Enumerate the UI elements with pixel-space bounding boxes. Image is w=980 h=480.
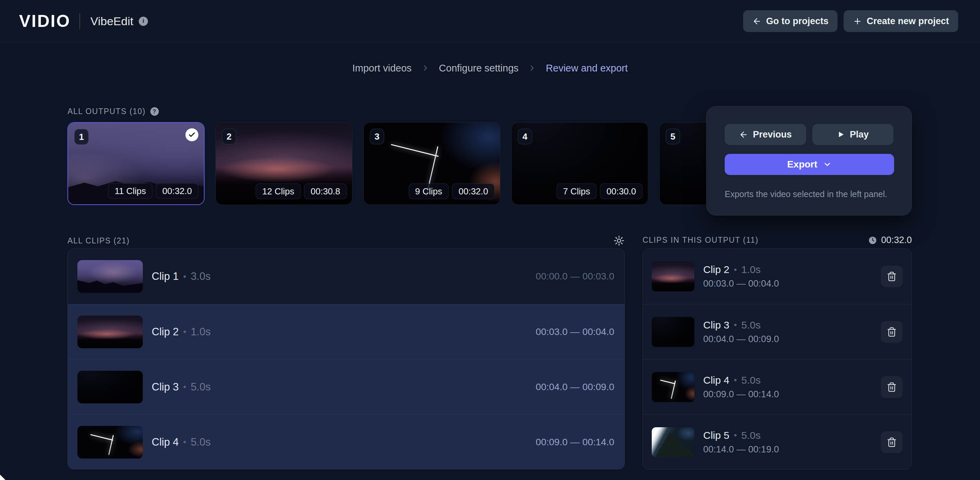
dot-separator-icon bbox=[734, 375, 737, 385]
gear-icon bbox=[613, 235, 625, 247]
all-outputs-title: ALL OUTPUTS (10) bbox=[67, 107, 146, 116]
clock-icon bbox=[868, 236, 877, 245]
export-panel-buttons: Previous Play bbox=[725, 124, 893, 145]
clip-count-badge: 12 Clips bbox=[256, 184, 301, 199]
total-duration-value: 00:32.0 bbox=[881, 235, 912, 246]
output-card-3[interactable]: 3 9 Clips 00:32.0 bbox=[363, 122, 500, 205]
clip-time-range: 00:03.0 — 00:04.0 bbox=[703, 279, 779, 289]
output-card-1[interactable]: 1 11 Clips 00:32.0 bbox=[67, 122, 205, 205]
output-number-badge: 1 bbox=[74, 129, 89, 145]
vidio-logo: VIDIO bbox=[19, 11, 70, 31]
clip-2-info: Clip 2 1.0s bbox=[152, 326, 211, 338]
all-clips-header: ALL CLIPS (21) bbox=[67, 235, 625, 247]
remove-clip-button[interactable] bbox=[881, 376, 903, 398]
clips-settings-button[interactable] bbox=[613, 235, 625, 247]
create-new-project-label: Create new project bbox=[867, 16, 949, 27]
selected-check-icon bbox=[185, 128, 198, 141]
info-icon[interactable] bbox=[139, 17, 148, 26]
clip-2-thumbnail bbox=[77, 315, 143, 348]
play-icon bbox=[837, 130, 845, 139]
output-clips-list: Clip 2 1.0s 00:03.0 — 00:04.0 Clip 3 5.0… bbox=[643, 249, 912, 469]
clip-time-range: 00:04.0 — 00:09.0 bbox=[536, 382, 614, 393]
plus-icon bbox=[853, 17, 862, 26]
output-clip-row-3[interactable]: Clip 4 5.0s 00:09.0 — 00:14.0 bbox=[643, 359, 912, 414]
output-clips-title: CLIPS IN THIS OUTPUT (11) bbox=[643, 236, 759, 245]
clip-duration: 5.0s bbox=[741, 319, 761, 331]
output-clips-header: CLIPS IN THIS OUTPUT (11) 00:32.0 bbox=[643, 235, 912, 246]
dot-separator-icon bbox=[734, 430, 737, 440]
clip-1-thumbnail bbox=[77, 260, 143, 293]
output-clip-row-2[interactable]: Clip 3 5.0s 00:04.0 — 00:09.0 bbox=[643, 304, 912, 359]
step-import-videos[interactable]: Import videos bbox=[352, 63, 411, 74]
clip-name: Clip 5 bbox=[703, 429, 729, 441]
chevron-right-icon bbox=[421, 64, 430, 73]
go-to-projects-label: Go to projects bbox=[766, 16, 828, 27]
trash-icon bbox=[886, 327, 897, 337]
clip-3-thumbnail bbox=[77, 371, 143, 403]
clip-time-range: 00:14.0 — 00:19.0 bbox=[703, 444, 779, 455]
create-new-project-button[interactable]: Create new project bbox=[844, 10, 958, 32]
output-2-badges: 12 Clips 00:30.8 bbox=[256, 184, 347, 199]
chevron-right-icon bbox=[528, 64, 536, 73]
dot-separator-icon bbox=[183, 382, 186, 392]
export-label: Export bbox=[787, 159, 818, 170]
output-number-badge: 4 bbox=[518, 129, 532, 144]
output-clip-2-thumbnail bbox=[652, 261, 694, 291]
clip-row-1[interactable]: Clip 1 3.0s 00:00.0 — 00:03.0 bbox=[68, 249, 624, 304]
export-button[interactable]: Export bbox=[725, 154, 894, 175]
output-clip-4-thumbnail bbox=[652, 372, 694, 402]
step-configure-settings[interactable]: Configure settings bbox=[439, 63, 519, 74]
output-card-4[interactable]: 4 7 Clips 00:30.0 bbox=[511, 122, 648, 205]
remove-clip-button[interactable] bbox=[881, 266, 903, 287]
output-clip-row-4[interactable]: Clip 5 5.0s 00:14.0 — 00:19.0 bbox=[643, 414, 912, 469]
duration-badge: 00:30.8 bbox=[304, 184, 347, 199]
output-number-badge: 5 bbox=[666, 129, 680, 144]
clip-name: Clip 2 bbox=[703, 264, 729, 276]
clip-name: Clip 2 bbox=[152, 326, 179, 338]
clip-count-badge: 7 Clips bbox=[557, 184, 597, 199]
clip-row-4[interactable]: Clip 4 5.0s 00:09.0 — 00:14.0 bbox=[68, 414, 624, 469]
output-card-2[interactable]: 2 12 Clips 00:30.8 bbox=[215, 122, 352, 205]
topbar-divider bbox=[80, 13, 80, 29]
output-clip-4-info: Clip 4 5.0s 00:09.0 — 00:14.0 bbox=[703, 374, 779, 400]
play-label: Play bbox=[850, 129, 869, 140]
dot-separator-icon bbox=[734, 320, 737, 330]
dot-separator-icon bbox=[734, 265, 737, 275]
clip-4-thumbnail bbox=[77, 426, 143, 459]
remove-clip-button[interactable] bbox=[881, 321, 903, 343]
clip-duration: 5.0s bbox=[191, 436, 211, 448]
clip-time-range: 00:03.0 — 00:04.0 bbox=[536, 326, 614, 337]
all-clips-list: Clip 1 3.0s 00:00.0 — 00:03.0 Clip 2 1.0… bbox=[67, 249, 625, 469]
output-total-duration: 00:32.0 bbox=[868, 235, 912, 246]
output-clip-5-thumbnail bbox=[652, 427, 694, 457]
help-icon[interactable] bbox=[150, 107, 159, 116]
topbar-actions: Go to projects Create new project bbox=[743, 10, 958, 32]
clip-name: Clip 1 bbox=[152, 270, 179, 282]
step-review-and-export[interactable]: Review and export bbox=[546, 63, 628, 74]
export-panel: Previous Play Export Exports the video s… bbox=[706, 106, 912, 215]
trash-icon bbox=[886, 382, 897, 392]
output-clip-2-info: Clip 2 1.0s 00:03.0 — 00:04.0 bbox=[703, 264, 779, 289]
clip-4-info: Clip 4 5.0s bbox=[152, 436, 211, 448]
clip-name: Clip 4 bbox=[152, 436, 179, 448]
duration-badge: 00:30.0 bbox=[600, 184, 643, 199]
previous-label: Previous bbox=[753, 129, 792, 140]
clip-row-3[interactable]: Clip 3 5.0s 00:04.0 — 00:09.0 bbox=[68, 359, 624, 414]
clip-row-2[interactable]: Clip 2 1.0s 00:03.0 — 00:04.0 bbox=[68, 304, 624, 359]
clip-duration: 5.0s bbox=[741, 374, 761, 386]
go-to-projects-button[interactable]: Go to projects bbox=[743, 10, 837, 32]
output-clip-row-1[interactable]: Clip 2 1.0s 00:03.0 — 00:04.0 bbox=[643, 249, 912, 304]
project-name: VibeEdit bbox=[90, 15, 133, 28]
trash-icon bbox=[886, 437, 897, 447]
previous-button[interactable]: Previous bbox=[725, 124, 806, 145]
play-button[interactable]: Play bbox=[812, 124, 894, 145]
dot-separator-icon bbox=[183, 271, 186, 282]
remove-clip-button[interactable] bbox=[881, 431, 903, 453]
output-number-badge: 2 bbox=[222, 129, 236, 144]
trash-icon bbox=[886, 271, 897, 282]
arrow-left-icon bbox=[752, 17, 762, 26]
breadcrumb: Import videos Configure settings Review … bbox=[0, 60, 980, 76]
export-caption: Exports the video selected in the left p… bbox=[725, 189, 893, 199]
output-4-badges: 7 Clips 00:30.0 bbox=[557, 184, 643, 199]
all-outputs-header: ALL OUTPUTS (10) bbox=[67, 107, 159, 116]
